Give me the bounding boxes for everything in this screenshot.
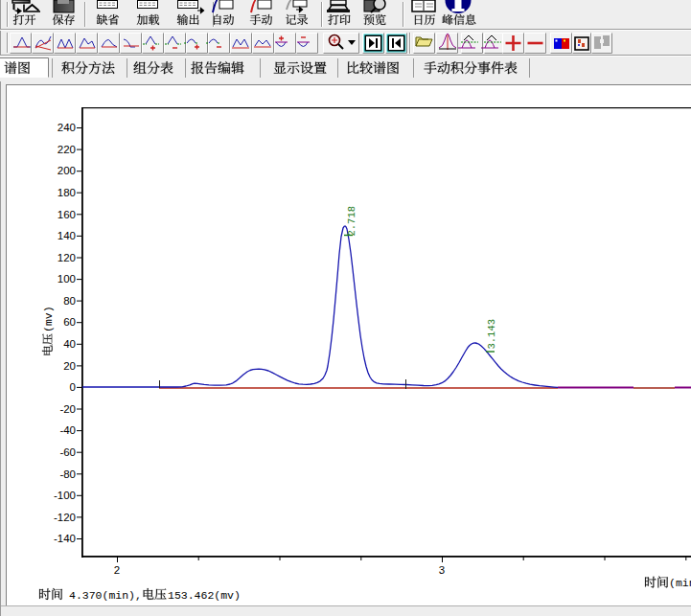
svg-text:153.462(mv): 153.462(mv) (168, 589, 241, 602)
svg-text:120: 120 (58, 252, 76, 263)
svg-text:2: 2 (114, 564, 120, 576)
svg-text:40: 40 (63, 338, 76, 350)
svg-text:-80: -80 (59, 468, 76, 480)
svg-text:180: 180 (58, 187, 76, 198)
svg-text:-140: -140 (54, 533, 76, 544)
svg-text:4.370(min),: 4.370(min), (69, 589, 142, 602)
svg-text:2.718: 2.718 (346, 206, 357, 237)
svg-text:-40: -40 (59, 424, 76, 436)
svg-text:100: 100 (58, 273, 76, 285)
svg-text:0: 0 (70, 381, 76, 393)
svg-text:140: 140 (58, 230, 76, 241)
svg-text:3: 3 (439, 564, 445, 576)
svg-text:240: 240 (58, 122, 76, 133)
svg-text:160: 160 (58, 209, 76, 220)
svg-text:220: 220 (58, 144, 76, 155)
svg-text:(mv): (mv) (42, 306, 55, 332)
svg-text:200: 200 (58, 165, 76, 176)
svg-text:3.143: 3.143 (486, 319, 497, 350)
svg-text:(min): (min) (669, 577, 691, 589)
svg-text:-100: -100 (54, 490, 76, 501)
svg-text:-20: -20 (59, 403, 76, 415)
svg-text:80: 80 (63, 295, 76, 307)
svg-text:20: 20 (63, 360, 76, 372)
svg-text:-120: -120 (54, 512, 76, 523)
svg-text:-60: -60 (59, 446, 76, 458)
svg-text:60: 60 (63, 316, 76, 328)
